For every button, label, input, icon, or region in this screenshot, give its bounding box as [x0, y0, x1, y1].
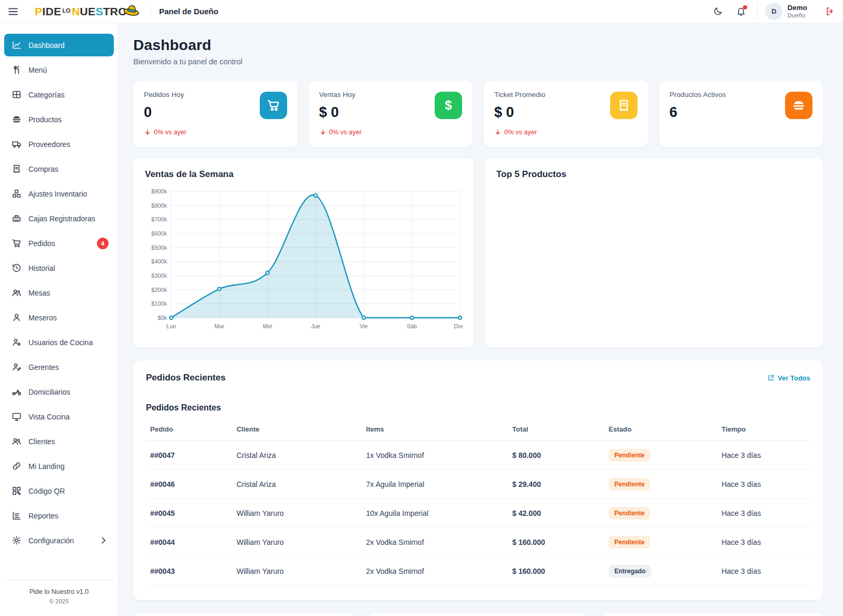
svg-text:$600k: $600k — [151, 230, 167, 237]
svg-text:Mar: Mar — [214, 323, 224, 329]
chart-line-icon — [12, 40, 22, 50]
column-header-estado: Estado — [604, 419, 717, 441]
sidebar-item-historial[interactable]: Historial — [4, 257, 114, 279]
sidebar-item-productos[interactable]: Productos — [4, 108, 114, 131]
view-all-link[interactable]: Ver Todos — [767, 374, 810, 382]
orders-table-header: PedidoClienteItemsTotalEstadoTiempo — [146, 419, 810, 441]
status-badge: Pendiente — [609, 536, 650, 549]
stat-change-label: 0% vs ayer — [154, 129, 187, 136]
svg-text:Dom: Dom — [454, 323, 463, 329]
cart-icon — [267, 99, 280, 112]
header-title: Panel de Dueño — [159, 7, 219, 16]
svg-text:Sáb: Sáb — [407, 323, 417, 329]
table-row: ##0045William Yaruro10x Aguila Imperial$… — [146, 499, 810, 528]
sidebar-item-proveedores[interactable]: Proveedores — [4, 133, 114, 155]
arrow-down-icon — [319, 129, 327, 136]
brand-logo[interactable]: PIDELONUESTRO — [35, 6, 141, 17]
user-icon — [12, 312, 22, 322]
sidebar-item-label: Menú — [28, 66, 47, 74]
order-status: Pendiente — [604, 528, 717, 557]
bottom-cards-row — [133, 613, 823, 616]
sidebar-item-meseros[interactable]: Meseros — [4, 306, 114, 329]
stat-icon-box — [785, 92, 812, 119]
sidebar-item-compras[interactable]: Compras — [4, 158, 114, 180]
logout-icon — [825, 6, 835, 16]
sidebar-item-domiciliarios[interactable]: Domiciliarios — [4, 380, 114, 403]
notifications-button[interactable] — [732, 3, 750, 21]
dark-mode-button[interactable] — [709, 3, 727, 21]
stat-icon-box: $ — [435, 92, 462, 119]
order-items: 2x Vodka Smirnof — [362, 557, 508, 586]
svg-text:$200k: $200k — [151, 287, 167, 293]
burger-icon — [12, 114, 22, 124]
header-divider — [757, 4, 758, 19]
sidebar-item-categorias[interactable]: Categorías — [4, 83, 114, 106]
svg-text:Mié: Mié — [263, 323, 272, 329]
sidebar-item-label: Vista Cocina — [28, 413, 70, 421]
svg-text:$0k: $0k — [158, 315, 167, 321]
bottom-card — [603, 613, 823, 616]
weekly-sales-chart: $0k$100k$200k$300k$400k$500k$600k$700k$8… — [145, 184, 463, 340]
moon-icon — [713, 6, 723, 16]
stat-card-pedidos-hoy: Pedidos Hoy00% vs ayer — [133, 81, 298, 147]
sidebar-item-mi-landing[interactable]: Mi Landing — [4, 455, 114, 477]
users-icon — [12, 288, 22, 298]
stats-grid: Pedidos Hoy00% vs ayerVentas Hoy$ 00% vs… — [133, 81, 823, 147]
user-chip[interactable]: D Demo Dueño — [762, 1, 810, 22]
users-icon — [12, 436, 22, 446]
sidebar-item-ajustes-inventario[interactable]: Ajustes Inventario — [4, 182, 114, 205]
sidebar-item-label: Pedidos — [28, 239, 55, 248]
brand-letter: TR — [103, 6, 119, 17]
sidebar-item-menu[interactable]: Menú — [4, 58, 114, 81]
table-row: ##0047Cristal Ariza1x Vodka Smirnof$ 80.… — [146, 441, 810, 470]
sidebar-item-label: Productos — [28, 115, 62, 124]
sidebar-footer: Pide lo Nuestro v1.0 © 2025 — [4, 580, 114, 616]
order-time: Hace 3 días — [717, 528, 810, 557]
order-total: $ 29.400 — [508, 470, 604, 499]
sidebar-item-cajas-registradoras[interactable]: Cajas Registradoras — [4, 207, 114, 230]
logout-button[interactable] — [822, 4, 838, 19]
brand-letter: LO — [62, 8, 71, 14]
order-time: Hace 3 días — [717, 499, 810, 528]
gear-icon — [12, 535, 22, 545]
app-header: PIDELONUESTRO Panel de Dueño D Demo Dueñ… — [0, 0, 843, 23]
brand-letter: P — [35, 6, 42, 17]
recent-orders-header: Pedidos Recientes Ver Todos — [146, 373, 810, 383]
link-icon — [12, 461, 22, 471]
arrow-down-icon — [494, 129, 502, 136]
status-badge: Pendiente — [609, 449, 650, 462]
sidebar-item-configuracion[interactable]: Configuración — [4, 529, 114, 552]
table-row: ##0043William Yaruro2x Vodka Smirnof$ 16… — [146, 557, 810, 586]
sidebar-item-clientes[interactable]: Clientes — [4, 430, 114, 453]
stat-change: 0% vs ayer — [494, 129, 638, 136]
customer-name: Cristal Ariza — [232, 470, 362, 499]
stat-change: 0% vs ayer — [319, 129, 463, 136]
boxes-icon — [12, 189, 22, 199]
svg-text:Jue: Jue — [311, 323, 320, 329]
sidebar: DashboardMenúCategoríasProductosProveedo… — [0, 23, 119, 616]
main-content: Dashboard Bienvenido a tu panel de contr… — [119, 23, 843, 616]
customer-name: William Yaruro — [232, 557, 362, 586]
stat-card-ticket-promedio: Ticket Promedio$ 00% vs ayer — [484, 81, 648, 147]
receipt-icon — [617, 99, 631, 112]
sidebar-item-label: Configuración — [28, 536, 74, 545]
sidebar-item-reportes[interactable]: Reportes — [4, 504, 114, 527]
sidebar-item-mesas[interactable]: Mesas — [4, 281, 114, 304]
recent-orders-card: Pedidos Recientes Ver Todos Pedidos Reci… — [133, 360, 823, 600]
sidebar-item-pedidos[interactable]: Pedidos4 — [4, 232, 114, 255]
arrow-down-icon — [144, 129, 151, 136]
sidebar-item-dashboard[interactable]: Dashboard — [4, 34, 114, 56]
order-time: Hace 3 días — [717, 441, 810, 470]
sidebar-item-usuarios-de-cocina[interactable]: Usuarios de Cocina — [4, 331, 114, 354]
sidebar-item-vista-cocina[interactable]: Vista Cocina — [4, 405, 114, 428]
order-id: ##0043 — [146, 557, 232, 586]
chevron-right-icon — [99, 535, 109, 545]
page-title: Dashboard — [133, 37, 823, 54]
sidebar-item-label: Meseros — [28, 314, 57, 322]
table-row: ##0044William Yaruro2x Vodka Smirnof$ 16… — [146, 528, 810, 557]
sidebar-item-codigo-qr[interactable]: Código QR — [4, 480, 114, 502]
brand-letter: S — [95, 6, 103, 17]
hamburger-menu-icon[interactable] — [7, 6, 19, 17]
stat-icon-box — [260, 92, 287, 119]
sidebar-item-gerentes[interactable]: Gerentes — [4, 356, 114, 378]
